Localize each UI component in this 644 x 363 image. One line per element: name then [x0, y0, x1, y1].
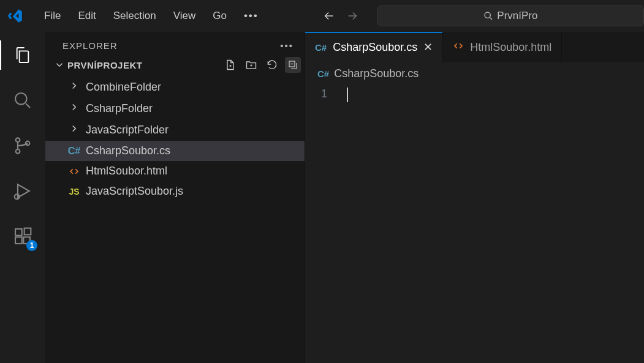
menu-file[interactable]: File [36, 6, 69, 26]
search-icon [483, 11, 493, 21]
html-file-icon [67, 166, 81, 177]
file-tree: CombineFolder CsharpFolder JavaScriptFol… [45, 75, 305, 201]
editor-body[interactable]: 1 [305, 85, 644, 363]
vscode-logo-icon [6, 7, 25, 25]
tree-label: CsharpFolder [86, 102, 153, 115]
tree-folder[interactable]: CombineFolder [45, 77, 305, 98]
search-text: PrvníPro [497, 10, 537, 22]
csharp-file-icon: C# [317, 69, 329, 79]
csharp-file-icon: C# [67, 146, 81, 157]
sidebar: EXPLORER ••• PRVNÍPROJEKT [45, 32, 305, 363]
csharp-file-icon: C# [315, 42, 327, 53]
title-bar: File Edit Selection View Go ••• PrvníPro [0, 0, 644, 32]
chevron-right-icon [69, 102, 81, 116]
project-name: PRVNÍPROJEKT [65, 60, 222, 70]
activity-run-debug-icon[interactable] [8, 176, 37, 206]
explorer-more-icon[interactable]: ••• [280, 40, 294, 51]
close-icon[interactable]: ✕ [423, 40, 433, 54]
activity-source-control-icon[interactable] [8, 131, 37, 160]
svg-rect-6 [15, 229, 22, 236]
tab-label: HtmlSoubor.html [470, 41, 551, 54]
menu-view[interactable]: View [165, 6, 205, 26]
tab[interactable]: HtmlSoubor.html [443, 32, 562, 62]
chevron-right-icon [69, 80, 81, 94]
main: 1 EXPLORER ••• PRVNÍPROJEKT [0, 32, 644, 363]
tree-label: CombineFolder [86, 81, 161, 94]
activity-extensions-icon[interactable]: 1 [8, 222, 37, 251]
line-gutter: 1 [305, 85, 342, 363]
menu-more-icon[interactable]: ••• [235, 6, 267, 26]
svg-rect-7 [15, 237, 22, 244]
menu-selection[interactable]: Selection [105, 6, 165, 26]
nav-back-icon[interactable] [322, 9, 336, 23]
js-file-icon: JS [67, 187, 81, 196]
svg-point-0 [485, 12, 490, 18]
svg-rect-9 [25, 228, 31, 235]
svg-point-1 [15, 93, 27, 105]
svg-point-3 [16, 149, 20, 154]
nav-arrows [322, 9, 359, 23]
nav-forward-icon[interactable] [346, 9, 359, 23]
editor-text-area[interactable] [342, 85, 644, 363]
breadcrumb[interactable]: C# CsharpSoubor.cs [305, 62, 644, 85]
tree-file[interactable]: C# CsharpSoubor.cs [45, 141, 305, 161]
tab[interactable]: C# CsharpSoubor.cs ✕ [305, 32, 443, 62]
collapse-all-icon[interactable] [285, 57, 301, 73]
tree-label: CsharpSoubor.cs [86, 144, 170, 157]
html-file-icon [453, 40, 464, 54]
line-number: 1 [305, 88, 327, 100]
svg-point-2 [16, 138, 20, 142]
search-box[interactable]: PrvníPro [377, 6, 644, 26]
tree-label: JavaScriptSoubor.js [86, 185, 183, 198]
chevron-down-icon [54, 59, 65, 70]
text-cursor [347, 88, 348, 102]
menu-go[interactable]: Go [204, 6, 235, 26]
activity-explorer-icon[interactable] [8, 40, 37, 70]
new-folder-icon[interactable] [243, 57, 259, 73]
menu-bar: File Edit Selection View Go ••• [36, 6, 267, 26]
tree-label: HtmlSoubor.html [86, 165, 167, 178]
project-actions [222, 57, 301, 73]
breadcrumb-label: CsharpSoubor.cs [334, 67, 419, 80]
new-file-icon[interactable] [222, 57, 238, 73]
tree-file[interactable]: HtmlSoubor.html [45, 161, 305, 181]
sidebar-header: EXPLORER ••• [45, 32, 305, 54]
chevron-right-icon [69, 123, 81, 137]
activity-bar: 1 [0, 32, 45, 363]
activity-search-icon[interactable] [8, 86, 37, 115]
tree-folder[interactable]: JavaScriptFolder [45, 119, 305, 141]
tree-label: JavaScriptFolder [86, 124, 169, 137]
explorer-title: EXPLORER [63, 40, 118, 51]
project-header[interactable]: PRVNÍPROJEKT [45, 54, 305, 75]
extensions-badge: 1 [26, 240, 37, 251]
editor: C# CsharpSoubor.cs ✕ HtmlSoubor.html C# … [305, 32, 644, 363]
tab-label: CsharpSoubor.cs [333, 41, 417, 54]
tabs: C# CsharpSoubor.cs ✕ HtmlSoubor.html [305, 32, 644, 62]
tree-folder[interactable]: CsharpFolder [45, 98, 305, 119]
refresh-icon[interactable] [264, 57, 280, 73]
tree-file[interactable]: JS JavaScriptSoubor.js [45, 181, 305, 201]
menu-edit[interactable]: Edit [69, 6, 104, 26]
